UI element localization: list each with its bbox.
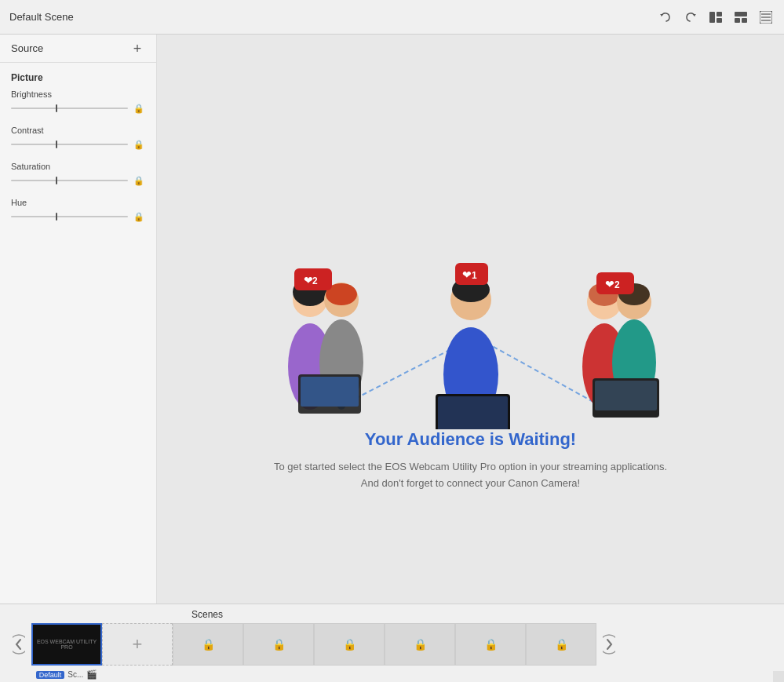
hue-label: Hue (11, 198, 145, 207)
scene-1-name: Sc... (67, 670, 83, 679)
saturation-slider[interactable] (11, 174, 128, 187)
scenes-items-row: EOS WEBCAM UTILITY PRO + 🔒 🔒 🔒 🔒 🔒 (0, 623, 784, 666)
hue-lock-icon[interactable]: 🔒 (133, 210, 145, 223)
waiting-subtitle: To get started select the EOS Webcam Uti… (274, 459, 667, 492)
contrast-control: Contrast 🔒 (11, 126, 145, 151)
brightness-row: 🔒 (11, 102, 145, 115)
scene-item-6[interactable]: 🔒 (385, 623, 455, 666)
scene-item-4[interactable]: 🔒 (243, 623, 314, 666)
saturation-control: Saturation 🔒 (11, 162, 145, 187)
scene-item-1[interactable]: EOS WEBCAM UTILITY PRO (31, 623, 102, 666)
svg-rect-25 (301, 377, 359, 407)
source-header: Source + (0, 35, 156, 63)
scene-1-camera-icon: 🎬 (86, 669, 97, 680)
scenes-bar: Scenes EOS WEBCAM UTILITY PRO + 🔒 🔒 (0, 604, 784, 682)
hue-slider[interactable] (11, 210, 128, 223)
saturation-row: 🔒 (11, 174, 145, 187)
hue-control: Hue 🔒 (11, 198, 145, 223)
svg-rect-1 (717, 12, 722, 16)
layout2-icon[interactable] (732, 9, 749, 26)
svg-text:❤: ❤ (605, 278, 614, 290)
waiting-line2: And don't forget to connect your Canon C… (274, 476, 667, 492)
source-label: Source (11, 42, 43, 54)
contrast-row: 🔒 (11, 138, 145, 151)
contrast-lock-icon[interactable]: 🔒 (133, 138, 145, 151)
svg-text:❤: ❤ (462, 268, 472, 281)
scene-item-8[interactable]: 🔒 (526, 623, 596, 666)
scene-item-5[interactable]: 🔒 (314, 623, 385, 666)
lock-icon-7: 🔒 (484, 638, 498, 651)
add-scene-icon: + (133, 634, 143, 655)
undo-icon[interactable] (657, 9, 674, 26)
scene-thumbnail-1: EOS WEBCAM UTILITY PRO (33, 625, 100, 664)
scenes-title: Scenes (0, 609, 784, 623)
main-layout: Source + Picture Brightness 🔒 Con (0, 35, 784, 604)
sidebar: Source + Picture Brightness 🔒 Con (0, 35, 157, 604)
toolbar-icons (657, 9, 775, 26)
brightness-control: Brightness 🔒 (11, 89, 145, 115)
picture-section-label: Picture (11, 72, 145, 83)
svg-point-50 (13, 635, 25, 654)
lock-icon-3: 🔒 (202, 638, 215, 651)
waiting-title: Your Audience is Waiting! (365, 429, 576, 450)
top-bar: Default Scene (0, 0, 784, 35)
lock-icon-6: 🔒 (414, 638, 427, 651)
illustration-area: ❤ 2 ❤ 1 (204, 115, 738, 492)
scenes-prev-button[interactable] (6, 623, 31, 666)
scene-1-label: Default Sc... 🎬 (31, 669, 102, 680)
add-source-button[interactable]: + (129, 41, 145, 57)
scenes-next-button[interactable] (596, 623, 622, 666)
svg-rect-46 (595, 381, 657, 410)
svg-rect-0 (709, 12, 715, 23)
lock-icon-4: 🔒 (272, 638, 286, 651)
audience-svg: ❤ 2 ❤ 1 (204, 115, 738, 429)
scene-thumb-text: EOS WEBCAM UTILITY PRO (33, 639, 100, 650)
brightness-lock-icon[interactable]: 🔒 (133, 102, 145, 115)
saturation-label: Saturation (11, 162, 145, 171)
svg-rect-4 (735, 18, 740, 23)
picture-controls: Picture Brightness 🔒 Contrast (0, 63, 156, 243)
window-title: Default Scene (9, 11, 74, 23)
hue-row: 🔒 (11, 210, 145, 223)
layout1-icon[interactable] (707, 9, 724, 26)
svg-rect-5 (742, 18, 747, 23)
contrast-slider[interactable] (11, 138, 128, 151)
svg-text:2: 2 (614, 279, 620, 290)
settings-icon[interactable] (757, 9, 775, 26)
svg-rect-2 (717, 18, 722, 23)
brightness-slider[interactable] (11, 102, 128, 115)
scene-labels-row: Default Sc... 🎬 (31, 668, 784, 680)
svg-text:1: 1 (472, 270, 477, 281)
svg-text:2: 2 (312, 275, 318, 286)
contrast-label: Contrast (11, 126, 145, 135)
lock-icon-5: 🔒 (343, 638, 356, 651)
waiting-line1: To get started select the EOS Webcam Uti… (274, 459, 667, 476)
scenes-bottom-full: Scenes EOS WEBCAM UTILITY PRO + 🔒 🔒 (0, 604, 784, 680)
saturation-lock-icon[interactable]: 🔒 (133, 174, 145, 187)
svg-rect-34 (438, 396, 508, 429)
main-content: ❤ 2 ❤ 1 (157, 35, 784, 604)
scene-1-default-badge: Default (36, 671, 65, 679)
svg-rect-3 (735, 12, 747, 16)
scene-item-7[interactable]: 🔒 (455, 623, 526, 666)
redo-icon[interactable] (682, 9, 699, 26)
audience-illustration: ❤ 2 ❤ 1 (204, 115, 738, 429)
svg-point-51 (603, 635, 615, 654)
scene-item-3[interactable]: 🔒 (173, 623, 243, 666)
lock-icon-8: 🔒 (555, 638, 568, 651)
brightness-label: Brightness (11, 89, 145, 99)
add-scene-button[interactable]: + (102, 623, 173, 666)
corner-indicator (773, 671, 784, 682)
